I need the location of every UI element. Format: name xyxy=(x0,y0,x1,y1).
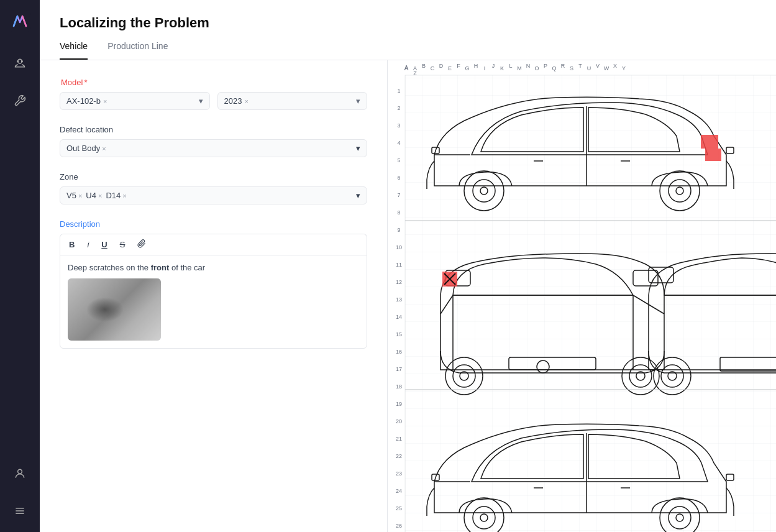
svg-text:V: V xyxy=(596,63,600,69)
svg-text:16: 16 xyxy=(396,349,402,355)
svg-text:1: 1 xyxy=(397,88,400,94)
svg-text:I: I xyxy=(484,65,486,71)
svg-text:B: B xyxy=(422,63,426,69)
svg-text:W: W xyxy=(604,65,609,71)
svg-text:S: S xyxy=(570,65,573,71)
zone-chip-2: D14 × xyxy=(106,191,126,200)
svg-text:19: 19 xyxy=(396,401,402,407)
zone-chip-0: V5 × xyxy=(66,191,82,200)
svg-text:8: 8 xyxy=(397,209,400,216)
svg-point-3 xyxy=(22,61,23,62)
zone-field-group: Zone V5 × U4 × D14 × ▾ xyxy=(60,172,367,204)
svg-text:P: P xyxy=(544,63,547,69)
sidebar-item-person[interactable] xyxy=(9,462,31,485)
svg-rect-82 xyxy=(705,149,721,161)
model-label: Model* xyxy=(60,78,367,87)
svg-rect-81 xyxy=(701,135,718,149)
underline-button[interactable]: U xyxy=(100,239,108,250)
svg-text:T: T xyxy=(578,63,582,69)
svg-text:L: L xyxy=(509,63,512,69)
svg-text:20: 20 xyxy=(396,418,402,424)
description-group: Description B i U S Deep scratches on th… xyxy=(60,219,367,349)
svg-text:A: A xyxy=(404,65,408,71)
svg-point-4 xyxy=(18,469,22,474)
model-select[interactable]: AX-102-b × ▾ xyxy=(60,92,210,110)
svg-text:7: 7 xyxy=(397,192,400,198)
zone-chip-2-remove[interactable]: × xyxy=(122,192,126,200)
strikethrough-button[interactable]: S xyxy=(119,239,127,250)
attachment-button[interactable] xyxy=(136,239,147,250)
model-row: AX-102-b × ▾ 2023 × ▾ xyxy=(60,92,367,110)
zone-select[interactable]: V5 × U4 × D14 × ▾ xyxy=(60,186,367,204)
svg-text:10: 10 xyxy=(396,244,402,250)
right-panel: A A A B C D E F G H I J K L M N xyxy=(388,60,776,532)
year-tag-remove[interactable]: × xyxy=(244,98,248,105)
svg-text:12: 12 xyxy=(396,279,402,285)
sidebar-item-menu[interactable] xyxy=(9,500,31,522)
year-tag: 2023 × xyxy=(224,96,249,106)
desc-after-text: of the car xyxy=(169,263,205,272)
scratch-image-preview xyxy=(68,278,161,341)
svg-text:23: 23 xyxy=(396,470,402,477)
location-chip: Out Body × xyxy=(66,144,106,153)
svg-text:26: 26 xyxy=(396,523,402,529)
location-chip-remove[interactable]: × xyxy=(102,145,106,152)
page-title: Localizing the Problem xyxy=(60,15,756,31)
svg-text:21: 21 xyxy=(396,436,402,442)
app-logo xyxy=(9,10,31,32)
svg-text:Y: Y xyxy=(622,65,626,71)
desc-plain-text: Deep scratches on the xyxy=(68,263,151,272)
left-panel: Model* AX-102-b × ▾ 2023 × xyxy=(40,60,388,532)
svg-text:25: 25 xyxy=(396,505,402,511)
model-chevron-icon: ▾ xyxy=(199,96,203,106)
zone-chip-1: U4 × xyxy=(86,191,102,200)
svg-text:22: 22 xyxy=(396,453,402,459)
tabs: Vehicle Production Line xyxy=(60,41,756,60)
svg-text:Q: Q xyxy=(552,65,556,71)
svg-text:3: 3 xyxy=(397,122,400,129)
bold-button[interactable]: B xyxy=(68,239,76,250)
sidebar-item-brain[interactable] xyxy=(9,52,31,75)
svg-text:K: K xyxy=(500,65,504,71)
zone-label: Zone xyxy=(60,172,367,181)
year-select[interactable]: 2023 × ▾ xyxy=(217,92,368,110)
svg-text:J: J xyxy=(492,63,495,69)
sidebar-item-tools[interactable] xyxy=(9,89,31,112)
description-label: Description xyxy=(60,219,367,229)
svg-text:O: O xyxy=(534,65,539,71)
svg-text:13: 13 xyxy=(396,296,402,303)
defect-location-select[interactable]: Out Body × ▾ xyxy=(60,139,367,157)
svg-text:U: U xyxy=(587,65,591,71)
tab-production-line[interactable]: Production Line xyxy=(107,41,168,60)
main-panel: Localizing the Problem Vehicle Productio… xyxy=(40,0,776,532)
svg-rect-38 xyxy=(405,75,776,532)
italic-button[interactable]: i xyxy=(86,239,90,250)
model-tag-remove[interactable]: × xyxy=(103,98,107,105)
svg-text:2: 2 xyxy=(397,105,400,111)
editor-body[interactable]: Deep scratches on the front of the car xyxy=(60,255,367,349)
defect-location-label: Defect location xyxy=(60,125,367,134)
tab-vehicle[interactable]: Vehicle xyxy=(60,41,88,60)
zone-chevron-icon: ▾ xyxy=(356,191,360,200)
svg-text:C: C xyxy=(431,65,435,71)
content-area: Model* AX-102-b × ▾ 2023 × xyxy=(40,60,776,532)
svg-text:X: X xyxy=(613,63,617,69)
svg-text:4: 4 xyxy=(397,140,400,146)
zone-chip-0-remove[interactable]: × xyxy=(78,192,82,200)
svg-text:14: 14 xyxy=(396,314,402,320)
editor-toolbar: B i U S xyxy=(60,234,367,255)
vehicle-grid: A A A B C D E F G H I J K L M N xyxy=(388,60,776,532)
svg-text:R: R xyxy=(561,63,565,69)
top-panel: Localizing the Problem Vehicle Productio… xyxy=(40,0,776,60)
zone-chip-1-remove[interactable]: × xyxy=(98,192,102,200)
model-tag: AX-102-b × xyxy=(66,96,107,106)
sidebar xyxy=(0,0,40,532)
svg-text:18: 18 xyxy=(396,383,402,390)
svg-text:N: N xyxy=(526,63,531,69)
svg-text:E: E xyxy=(448,65,452,71)
svg-text:5: 5 xyxy=(397,157,400,163)
desc-bold-text: front xyxy=(151,263,170,272)
defect-location-group: Defect location Out Body × ▾ xyxy=(60,125,367,157)
model-field-group: Model* AX-102-b × ▾ 2023 × xyxy=(60,78,367,110)
svg-text:24: 24 xyxy=(396,488,402,494)
